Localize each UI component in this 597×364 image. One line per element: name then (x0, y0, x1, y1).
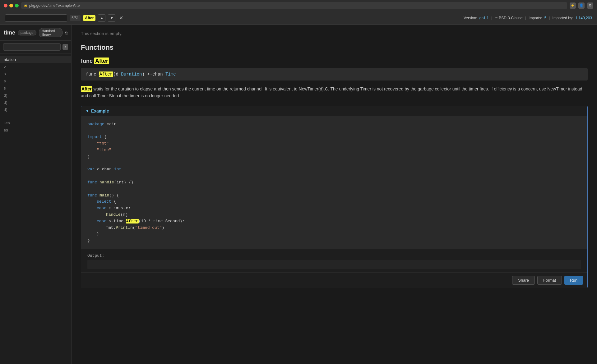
pkg-badge-stdlib[interactable]: standard library (39, 28, 62, 37)
code-line-main-close: } (87, 237, 581, 244)
imported-by-count: 1,140,203 (576, 16, 592, 20)
close-dot[interactable] (4, 4, 7, 7)
minimize-dot[interactable] (9, 4, 13, 7)
version-value[interactable]: go1.1 (479, 16, 489, 20)
sidebar-item-examples[interactable]: es (0, 127, 71, 134)
code-line-main-open: func main() { (87, 192, 581, 199)
sig-duration-type[interactable]: Duration (121, 72, 142, 77)
code-line-case1: case m := <-c: (87, 205, 581, 212)
example-header: ▼ Example (81, 106, 587, 116)
code-line-import: import ( (87, 134, 581, 141)
imports-info: Imports: 5 (529, 16, 546, 20)
sig-arrow: ) <-chan (142, 72, 165, 77)
code-line-case2: case <-time.After(10 * time.Second): (87, 218, 581, 225)
code-line-blank4 (87, 186, 581, 192)
code-line-blank2 (87, 160, 581, 167)
version-label: Version: go1.1 (464, 16, 489, 20)
maximize-dot[interactable] (15, 4, 19, 7)
sidebar-search-input[interactable] (3, 43, 61, 51)
sig-params: (d (113, 72, 121, 77)
sig-func-kw: func (86, 72, 99, 77)
pkg-title: time (4, 30, 15, 36)
sidebar-search: f (0, 41, 71, 53)
browser-controls (4, 4, 19, 7)
browser-bar: 🔒 pkg.go.dev/time#example-After ⚡ 👤 ⚙ (0, 0, 597, 11)
share-button[interactable]: Share (512, 276, 535, 285)
code-line-blank3 (87, 173, 581, 179)
sig-time-type[interactable]: Time (165, 72, 176, 77)
address-bar[interactable]: 🔒 pkg.go.dev/time#example-After (21, 2, 567, 9)
imports-count: 5 (544, 16, 547, 20)
copy-icon[interactable]: ⎘ (65, 30, 67, 35)
pkg-badge-package[interactable]: package (18, 30, 36, 35)
code-line-import-close: ) (87, 154, 581, 160)
run-button[interactable]: Run (564, 276, 583, 285)
functions-heading: Functions (81, 44, 588, 52)
license-info: e: BSD-3-Clause (495, 16, 523, 20)
find-count: 5/51 (70, 15, 81, 21)
code-line-handle: func handle(int) {} (87, 179, 581, 186)
sidebar-item-s2[interactable]: s (0, 77, 71, 85)
filter-badge[interactable]: f (62, 44, 68, 50)
code-line-1: package main (87, 121, 581, 128)
sidebar-item-v[interactable]: v (0, 63, 71, 70)
code-line-blank1 (87, 128, 581, 134)
code-line-handle-call: handle(m) (87, 212, 581, 218)
desc-after-highlight: After (81, 86, 92, 92)
extensions-icon[interactable]: ⚡ (570, 2, 576, 9)
sidebar-item-s1[interactable]: s (0, 70, 71, 77)
example-footer: Share Format Run (81, 272, 587, 288)
output-area (87, 260, 581, 269)
code-line-select: select { (87, 199, 581, 205)
browser-actions: ⚡ 👤 ⚙ (570, 2, 593, 9)
code-line-var: var c chan int (87, 166, 581, 173)
url-text: pkg.go.dev/time#example-After (29, 3, 81, 8)
sidebar-item-files[interactable]: iles (0, 119, 71, 127)
func-name-highlight: After (94, 58, 109, 64)
find-close-button[interactable]: ✕ (119, 15, 123, 21)
sidebar: time package standard library ⎘ f ntatio… (0, 25, 72, 364)
sidebar-item-d2[interactable]: d) (0, 99, 71, 106)
sidebar-item-s3[interactable]: s (0, 85, 71, 92)
sidebar-item-d3[interactable]: d) (0, 106, 71, 113)
imported-by-info: Imported by: 1,140,203 (553, 16, 592, 20)
settings-icon[interactable]: ⚙ (587, 2, 593, 9)
code-line-select-close: } (87, 231, 581, 237)
profile-icon[interactable]: 👤 (578, 2, 585, 9)
sidebar-nav: ntation v s s s d) d) d) (0, 53, 71, 364)
func-keyword: func (81, 58, 94, 64)
find-bar: 5/51 After ▲ ▼ ✕ Version: go1.1 | e: BSD… (0, 11, 597, 25)
find-input[interactable] (5, 14, 67, 22)
func-signature: func After(d Duration) <-chan Time (81, 68, 588, 81)
format-button[interactable]: Format (537, 276, 562, 285)
output-label: Output: (87, 253, 104, 258)
find-prev-button[interactable]: ▲ (98, 14, 105, 22)
find-next-button[interactable]: ▼ (108, 14, 115, 22)
example-arrow[interactable]: ▼ (86, 109, 89, 113)
code-block: package main import ( "fmt" "time" ) var… (81, 116, 587, 249)
section-empty-text: This section is empty. (81, 31, 588, 36)
output-section: Output: (81, 249, 587, 272)
find-highlighted-term: After (83, 15, 95, 21)
sidebar-header: time package standard library ⎘ (0, 25, 71, 41)
example-title: Example (91, 108, 109, 113)
main-content: This section is empty. Functions func Af… (72, 25, 597, 364)
code-line-fmt: "fmt" (87, 141, 581, 147)
func-after-heading: func After (81, 58, 588, 64)
app-layout: time package standard library ⎘ f ntatio… (0, 25, 597, 364)
code-line-println: fmt.Println("timed out") (87, 225, 581, 231)
example-block: ▼ Example package main import ( "fmt" "t… (81, 106, 588, 288)
sidebar-item-documentation[interactable]: ntation (0, 56, 71, 63)
lock-icon: 🔒 (24, 4, 27, 7)
code-line-time: "time" (87, 147, 581, 154)
find-bar-right: Version: go1.1 | e: BSD-3-Clause | Impor… (464, 16, 592, 20)
sidebar-item-d1[interactable]: d) (0, 92, 71, 99)
sig-name-highlight: After (99, 71, 113, 77)
func-description: After waits for the duration to elapse a… (81, 85, 588, 99)
